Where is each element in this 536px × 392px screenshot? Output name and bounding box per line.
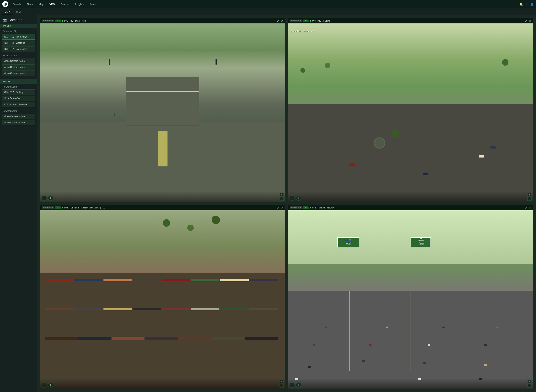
- video-body-3: ⌂ ⏸ + −: [40, 210, 285, 389]
- camera-item-vid4[interactable]: Video Camera Name: [2, 114, 35, 119]
- video-panel-1: RECORDED LIVE #01 - PTZ - Intersection ⤢…: [40, 18, 285, 202]
- zoom-controls-3: + −: [280, 380, 284, 387]
- zoom-in-3[interactable]: +: [280, 380, 284, 383]
- svg-point-2: [5, 4, 5, 4]
- group-downtown-city: Downtown City: [0, 28, 37, 33]
- camera-icon: 📷: [3, 18, 7, 22]
- video-header-3: RECORDED LIVE #02 - Nut Tree & Harbison …: [40, 205, 285, 210]
- pause-btn-3[interactable]: ⏸: [48, 382, 53, 387]
- video-panel-2: RECORDED LIVE #03 - PTZ - Parking ⤢ ✕ 05…: [288, 18, 533, 202]
- video-title-3: #02 - Nut Tree & Harbison Park & Ride (P…: [64, 207, 275, 209]
- video-grid: RECORDED LIVE #01 - PTZ - Intersection ⤢…: [37, 15, 536, 392]
- zoom-in-4[interactable]: +: [527, 380, 531, 383]
- expand-btn-3[interactable]: ⤢: [277, 206, 280, 209]
- close-btn-4[interactable]: ✕: [529, 206, 531, 209]
- notifications-icon[interactable]: 🔔: [519, 2, 523, 6]
- section-owned: OWNED: [0, 24, 37, 28]
- pause-btn-2[interactable]: ⏸: [296, 196, 301, 201]
- nav-vms[interactable]: VMS: [47, 2, 57, 6]
- nav-admin[interactable]: Admin: [87, 2, 99, 6]
- zoom-controls-4: + −: [527, 380, 531, 387]
- camera-item-03-parking[interactable]: #03 - PTZ - Parking: [2, 89, 35, 95]
- camera-item-02-drone[interactable]: #02 - Drone Cam: [2, 96, 35, 101]
- home-btn-2[interactable]: ⌂: [289, 196, 295, 201]
- video-overlay-4: ⌂ ⏸ + −: [288, 378, 533, 389]
- nav-alerts[interactable]: Alerts: [24, 2, 35, 6]
- video-header-2: RECORDED LIVE #03 - PTZ - Parking ⤢ ✕: [288, 18, 533, 23]
- camera-item-01-intersection[interactable]: #01 - PTZ - Intersection: [2, 34, 35, 40]
- expand-btn-1[interactable]: ⤢: [277, 19, 280, 23]
- badge-recorded-1: RECORDED: [42, 19, 54, 22]
- expand-btn-2[interactable]: ⤢: [524, 19, 527, 23]
- status-dot-3: [62, 207, 63, 209]
- video-header-1: RECORDED LIVE #01 - PTZ - Intersection ⤢…: [40, 18, 285, 23]
- badge-live-1: LIVE: [55, 19, 61, 22]
- section-shared: SHARED: [0, 79, 37, 84]
- status-dot-1: [62, 20, 63, 22]
- home-btn-1[interactable]: ⌂: [42, 196, 47, 201]
- pause-btn-1[interactable]: ⏸: [48, 196, 53, 201]
- badge-live-3: LIVE: [55, 206, 61, 209]
- zoom-controls-1: + −: [280, 193, 284, 201]
- nav-search[interactable]: Search: [10, 2, 23, 6]
- timestamp-2: 05/05/2023 07:04:42: [289, 30, 313, 33]
- home-btn-4[interactable]: ⌂: [289, 382, 295, 387]
- expand-btn-4[interactable]: ⤢: [524, 206, 527, 209]
- user-icon[interactable]: 👤: [530, 2, 534, 6]
- camera-item-vid2[interactable]: Video Camera Name: [2, 64, 35, 70]
- tab-grid[interactable]: Grid: [13, 10, 23, 15]
- status-dot-4: [310, 207, 311, 209]
- video-overlay-1: ⌂ ⏸ + −: [40, 191, 285, 202]
- camera-item-vid5[interactable]: Video Camera Name: [2, 120, 35, 125]
- zoom-out-3[interactable]: −: [280, 384, 284, 387]
- video-title-2: #03 - PTZ - Parking: [312, 20, 523, 22]
- close-btn-1[interactable]: ✕: [281, 19, 284, 23]
- home-btn-3[interactable]: ⌂: [42, 382, 47, 387]
- badge-live-2: LIVE: [303, 19, 308, 22]
- logo[interactable]: [2, 1, 8, 7]
- nav-map[interactable]: Map: [36, 2, 46, 6]
- group-network-name-1: Network Name: [0, 52, 37, 58]
- zoom-out-4[interactable]: −: [527, 384, 531, 387]
- video-title-4: PTZ - Inbound Freeway: [312, 207, 523, 209]
- zoom-in-1[interactable]: +: [280, 193, 284, 196]
- sidebar-title: Cameras: [9, 18, 22, 22]
- pause-btn-4[interactable]: ⏸: [296, 382, 301, 387]
- camera-item-03-intersection[interactable]: #03 - PTZ - Intersection: [2, 46, 35, 52]
- sidebar-header: 📷 Cameras: [0, 15, 37, 24]
- badge-recorded-3: RECORDED: [42, 206, 54, 209]
- camera-item-vid1[interactable]: Video Camera Name: [2, 58, 35, 64]
- camera-item-02-westside[interactable]: #02 - PTZ - Westside: [2, 40, 35, 46]
- video-overlay-3: ⌂ ⏸ + −: [40, 378, 285, 389]
- zoom-controls-2: + −: [527, 193, 531, 201]
- video-panel-3: RECORDED LIVE #02 - Nut Tree & Harbison …: [40, 205, 285, 389]
- zoom-in-2[interactable]: +: [527, 193, 531, 196]
- video-overlay-2: ⌂ ⏸ + −: [288, 191, 533, 202]
- nav-insights[interactable]: Insights: [73, 2, 86, 6]
- video-body-1: ⌂ ⏸ + −: [40, 23, 285, 202]
- video-panel-4: RECORDED LIVE PTZ - Inbound Freeway ⤢ ✕ …: [288, 205, 533, 389]
- zoom-out-1[interactable]: −: [280, 197, 284, 201]
- group-network-name-2: Network Name: [0, 84, 37, 89]
- close-btn-3[interactable]: ✕: [281, 206, 284, 209]
- navbar: Search Alerts Map VMS Devices Insights A…: [0, 0, 536, 8]
- video-body-2: 05/05/2023 07:04:42: [288, 23, 533, 202]
- badge-recorded-2: RECORDED: [289, 19, 302, 22]
- group-network-name-3: Network Name: [0, 108, 37, 113]
- zoom-out-2[interactable]: −: [527, 197, 531, 201]
- nav-devices[interactable]: Devices: [58, 2, 72, 6]
- tab-bar: VMS Grid: [0, 8, 536, 15]
- main-layout: 📷 Cameras OWNED Downtown City #01 - PTZ …: [0, 15, 536, 392]
- close-btn-2[interactable]: ✕: [529, 19, 531, 23]
- video-body-4: 75 85 Chattanooga Augusta Greenville 20: [288, 210, 533, 389]
- tab-vms[interactable]: VMS: [2, 10, 13, 15]
- badge-recorded-4: RECORDED: [289, 206, 302, 209]
- status-dot-2: [310, 20, 311, 22]
- help-icon[interactable]: ?: [526, 2, 527, 6]
- video-header-4: RECORDED LIVE PTZ - Inbound Freeway ⤢ ✕: [288, 205, 533, 210]
- camera-item-vid3[interactable]: Video Camera Name: [2, 70, 35, 76]
- badge-live-4: LIVE: [303, 206, 308, 209]
- camera-item-ptz-freeway[interactable]: PTZ - Inbound Freeway: [2, 102, 35, 107]
- sidebar: 📷 Cameras OWNED Downtown City #01 - PTZ …: [0, 15, 37, 392]
- video-title-1: #01 - PTZ - Intersection: [64, 20, 275, 22]
